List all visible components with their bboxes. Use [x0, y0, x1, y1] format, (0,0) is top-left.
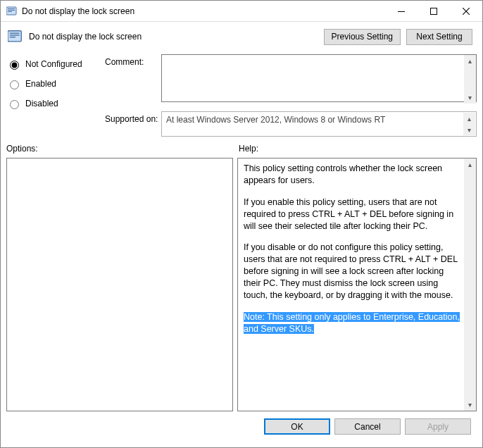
policy-icon — [8, 29, 23, 44]
supported-label: Supported on: — [105, 111, 161, 137]
cancel-button[interactable]: Cancel — [334, 418, 401, 435]
policy-icon — [6, 6, 18, 17]
svg-rect-2 — [8, 10, 15, 11]
supported-on-box: At least Windows Server 2012, Windows 8 … — [161, 111, 477, 137]
svg-rect-7 — [10, 33, 20, 34]
minimize-button[interactable] — [385, 1, 418, 22]
help-text[interactable]: This policy setting controls whether the… — [238, 158, 476, 411]
comment-row: Comment: ▴ ▾ — [105, 54, 477, 104]
help-paragraph: If you disable or do not configure this … — [244, 242, 460, 301]
window-title: Do not display the lock screen — [22, 6, 385, 16]
svg-rect-3 — [8, 11, 12, 12]
lower-labels: Options: Help: — [6, 144, 477, 154]
svg-rect-9 — [10, 37, 15, 37]
help-note-highlighted: Note: This setting only applies to Enter… — [244, 312, 460, 334]
svg-rect-0 — [6, 7, 16, 15]
scroll-track[interactable] — [464, 170, 476, 399]
scroll-down-icon[interactable]: ▾ — [464, 92, 476, 104]
not-configured-radio[interactable]: Not Configured — [6, 58, 105, 70]
close-button[interactable] — [450, 1, 482, 22]
footer-buttons: OK Cancel Apply — [6, 411, 477, 442]
enabled-radio[interactable]: Enabled — [6, 78, 105, 89]
help-label: Help: — [239, 144, 258, 154]
supported-scrollbar[interactable]: ▴ ▾ — [463, 113, 475, 135]
supported-row: Supported on: At least Windows Server 20… — [105, 111, 477, 137]
not-configured-radio-input[interactable] — [10, 61, 19, 70]
scroll-down-icon[interactable]: ▾ — [464, 399, 476, 411]
svg-rect-6 — [8, 31, 21, 42]
disabled-radio[interactable]: Disabled — [6, 98, 105, 109]
help-area: This policy setting controls whether the… — [237, 158, 477, 411]
state-radios: Not Configured Enabled Disabled — [6, 54, 105, 137]
scroll-up-icon[interactable]: ▴ — [464, 158, 476, 170]
scroll-up-icon[interactable]: ▴ — [464, 55, 476, 67]
ok-button[interactable]: OK — [264, 418, 330, 435]
lower-panes: This policy setting controls whether the… — [6, 158, 477, 411]
comment-label: Comment: — [105, 54, 161, 104]
options-label: Options: — [6, 144, 233, 154]
options-area — [6, 158, 233, 411]
radio-label: Not Configured — [25, 59, 82, 69]
window: Do not display the lock screen Do not di… — [0, 0, 483, 448]
comment-scrollbar[interactable]: ▴ ▾ — [464, 55, 476, 104]
config-section: Not Configured Enabled Disabled Comment: — [6, 54, 477, 137]
supported-on-text: At least Windows Server 2012, Windows 8 … — [166, 115, 385, 125]
radio-label: Enabled — [25, 79, 56, 89]
title-bar: Do not display the lock screen — [1, 1, 482, 22]
help-paragraph: If you enable this policy setting, users… — [244, 197, 460, 232]
enabled-radio-input[interactable] — [10, 80, 19, 89]
help-scrollbar[interactable]: ▴ ▾ — [464, 158, 476, 411]
svg-rect-4 — [398, 11, 405, 12]
svg-rect-8 — [10, 35, 20, 35]
comment-textarea[interactable] — [161, 54, 477, 102]
scroll-down-icon[interactable]: ▾ — [463, 124, 475, 135]
maximize-button[interactable] — [418, 1, 450, 22]
svg-rect-5 — [431, 8, 437, 14]
apply-button[interactable]: Apply — [405, 418, 471, 435]
scroll-up-icon[interactable]: ▴ — [463, 113, 475, 124]
next-setting-button[interactable]: Next Setting — [406, 29, 472, 45]
help-paragraph: This policy setting controls whether the… — [244, 163, 460, 187]
header-row: Do not display the lock screen Previous … — [6, 26, 477, 47]
setting-name: Do not display the lock screen — [29, 32, 318, 42]
svg-rect-1 — [8, 8, 15, 9]
previous-setting-button[interactable]: Previous Setting — [324, 29, 401, 45]
client-area: Do not display the lock screen Previous … — [1, 22, 482, 447]
radio-label: Disabled — [25, 99, 58, 108]
disabled-radio-input[interactable] — [10, 100, 19, 109]
